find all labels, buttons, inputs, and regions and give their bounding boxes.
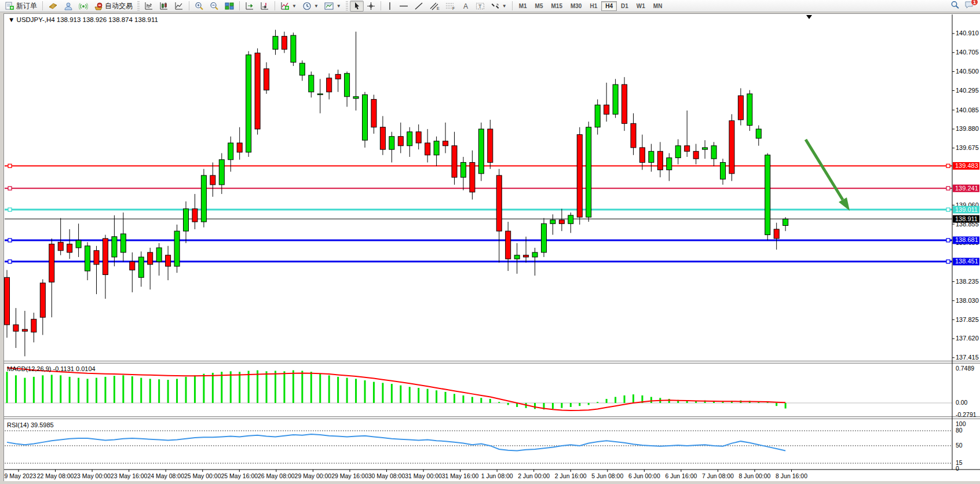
periods-button[interactable]: ▼ [299, 1, 321, 12]
svg-text:5 Jun 08:00: 5 Jun 08:00 [591, 472, 623, 479]
bar-chart-icon [144, 2, 153, 10]
svg-text:8 Jun 00:00: 8 Jun 00:00 [739, 472, 771, 479]
indicators-dropdown-arrow[interactable]: ▼ [292, 3, 297, 9]
svg-text:0.7489: 0.7489 [956, 365, 974, 372]
crosshair-icon [367, 2, 375, 10]
signal-icon [79, 2, 88, 10]
search-icon[interactable] [950, 1, 960, 12]
signals-button[interactable] [76, 1, 91, 12]
candle-chart-button[interactable] [156, 1, 171, 12]
template-icon [324, 2, 334, 10]
timeframe-h4-button[interactable]: H4 [601, 1, 617, 11]
zoom-in-button[interactable] [192, 1, 207, 12]
text-label-icon: T [476, 2, 485, 10]
timeframe-m5-button[interactable]: M5 [531, 1, 547, 11]
horizontal-line-button[interactable] [396, 1, 411, 12]
timeframe-m15-button[interactable]: M15 [547, 1, 566, 11]
svg-text:22 May 08:00: 22 May 08:00 [37, 472, 74, 479]
timeframe-w1-button[interactable]: W1 [632, 1, 649, 11]
svg-text:31 May 00:00: 31 May 00:00 [405, 472, 442, 479]
arrows-button[interactable]: ▼ [488, 1, 510, 12]
chart-area[interactable]: 140.910140.705140.500140.295140.085139.8… [3, 13, 980, 481]
crosshair-button[interactable] [364, 1, 378, 12]
new-order-button[interactable]: 新订单 [2, 1, 40, 12]
line-chart-icon [174, 2, 184, 10]
arrows-dropdown-arrow[interactable]: ▼ [502, 3, 507, 9]
autotrade-button[interactable]: 自动交易 [91, 1, 136, 12]
svg-text:8 Jun 16:00: 8 Jun 16:00 [776, 472, 807, 479]
auto-scroll-icon [245, 2, 254, 10]
svg-text:E: E [437, 6, 440, 10]
cursor-button[interactable] [350, 1, 364, 12]
svg-text:A: A [463, 2, 468, 10]
svg-text:-0.2791: -0.2791 [956, 411, 977, 418]
zoom-out-icon [210, 2, 219, 10]
svg-text:6 Jun 16:00: 6 Jun 16:00 [665, 472, 697, 479]
svg-text:24 May 08:00: 24 May 08:00 [147, 472, 184, 479]
svg-text:139.483: 139.483 [955, 162, 978, 169]
timeframe-h1-button[interactable]: H1 [586, 1, 601, 11]
templates-dropdown-arrow[interactable]: ▼ [337, 3, 341, 9]
text-button[interactable]: A [459, 1, 473, 12]
timeframe-d1-button[interactable]: D1 [617, 1, 632, 11]
timeframe-m1-button[interactable]: M1 [515, 1, 531, 11]
new-order-label: 新订单 [16, 1, 37, 11]
autotrade-icon [94, 2, 103, 10]
svg-text:1 Jun 08:00: 1 Jun 08:00 [481, 472, 513, 479]
vertical-line-icon [386, 2, 393, 10]
tile-windows-icon [225, 2, 234, 10]
arrows-icon [491, 2, 500, 10]
svg-text:0: 0 [956, 465, 959, 472]
timeframe-m30-button[interactable]: M30 [566, 1, 586, 11]
person-chat-icon [64, 2, 73, 10]
auto-scroll-button[interactable] [242, 1, 257, 12]
chart-background [4, 14, 980, 481]
panel-splitter-2[interactable] [4, 416, 980, 419]
svg-text:30 May 08:00: 30 May 08:00 [368, 472, 405, 479]
svg-text:2 Jun 00:00: 2 Jun 00:00 [518, 472, 550, 479]
notifications-button[interactable]: 1 [964, 1, 974, 11]
line-chart-button[interactable] [171, 1, 187, 12]
svg-text:80: 80 [956, 427, 963, 434]
indicators-icon [280, 2, 290, 10]
svg-text:T: T [478, 3, 482, 9]
panel-splitter-1[interactable] [4, 361, 980, 364]
fibonacci-button[interactable]: F [443, 1, 459, 12]
chart-shift-icon [260, 2, 269, 10]
trade-book-icon [48, 2, 58, 10]
svg-text:F: F [452, 6, 455, 10]
fibonacci-icon: F [445, 2, 456, 10]
svg-text:137.620: 137.620 [956, 335, 979, 342]
timeframe-mn-button[interactable]: MN [649, 1, 667, 11]
svg-text:139.011: 139.011 [955, 206, 978, 213]
trendline-button[interactable] [411, 1, 426, 12]
zoom-out-button[interactable] [207, 1, 222, 12]
text-icon: A [462, 2, 470, 10]
indicators-button[interactable]: ▼ [277, 1, 299, 12]
vertical-line-button[interactable] [383, 1, 396, 12]
svg-text:137.415: 137.415 [956, 354, 979, 361]
text-label-button[interactable]: T [473, 1, 488, 12]
channel-button[interactable]: E [426, 1, 443, 12]
rsi-label: RSI(14) 39.5985 [7, 421, 54, 428]
svg-text:138.681: 138.681 [955, 236, 978, 243]
support-chat-button[interactable] [61, 1, 76, 12]
candle-chart-icon [159, 2, 169, 10]
svg-text:29 May 00:00: 29 May 00:00 [295, 472, 332, 479]
svg-text:140.910: 140.910 [956, 30, 979, 36]
bar-chart-button[interactable] [141, 1, 156, 12]
autotrade-label: 自动交易 [105, 1, 133, 11]
price-chart[interactable]: 140.910140.705140.500140.295140.085139.8… [4, 14, 980, 481]
templates-button[interactable]: ▼ [321, 1, 344, 12]
svg-text:140.295: 140.295 [956, 87, 979, 94]
tile-windows-button[interactable] [222, 1, 237, 12]
macd-label: MACD(12,26,9) -0.1131 0.0104 [7, 365, 96, 372]
chart-window: 140.910140.705140.500140.295140.085139.8… [0, 13, 980, 484]
periods-dropdown-arrow[interactable]: ▼ [314, 3, 319, 9]
svg-text:139.241: 139.241 [955, 185, 978, 192]
timeframe-buttons: M1M5M15M30H1H4D1W1MN [515, 0, 667, 12]
svg-text:25 May 16:00: 25 May 16:00 [221, 472, 258, 479]
market-watch-button[interactable] [45, 1, 61, 12]
svg-text:25 May 00:00: 25 May 00:00 [184, 472, 221, 479]
chart-shift-button[interactable] [257, 1, 272, 12]
